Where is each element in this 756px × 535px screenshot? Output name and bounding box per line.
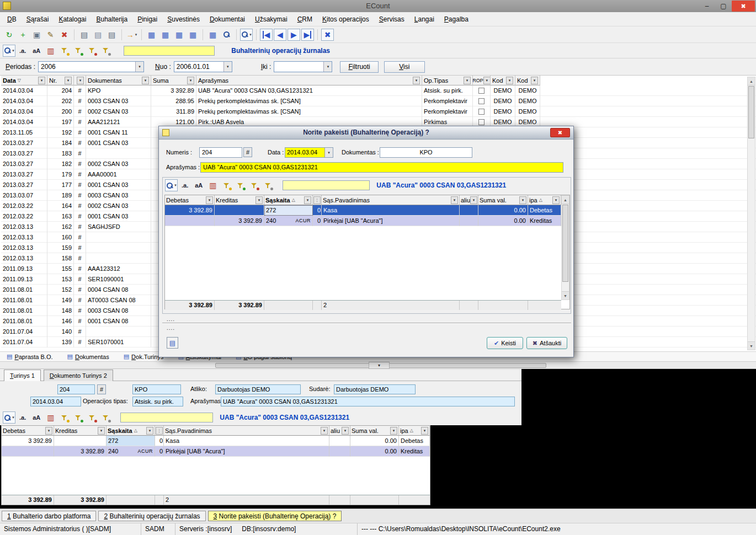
cell-nr[interactable]: 162	[47, 222, 74, 232]
cell-nr[interactable]: 202	[47, 96, 74, 106]
scroll-thumb[interactable]	[748, 86, 754, 138]
print-preview-button[interactable]: ▤	[92, 29, 104, 41]
cell-debetas[interactable]: 3 392.89	[165, 205, 215, 216]
cell-data[interactable]: 2013.11.05	[1, 127, 47, 138]
cell-dokumentas[interactable]: SAGHJSFD	[86, 222, 151, 232]
cell-aprasymas[interactable]: Prekių perkomplektavimas sk. [CSAN]	[196, 96, 422, 106]
lower-grid-search-input[interactable]	[120, 413, 213, 422]
cell-hash[interactable]: #	[74, 201, 86, 211]
data-select[interactable]: 2014.03.04▾	[285, 147, 333, 158]
numeris-field[interactable]: 204	[57, 384, 95, 394]
vertical-scrollbar[interactable]: ▲ ▼	[747, 77, 755, 350]
cell-nr[interactable]: 184	[47, 138, 74, 148]
cell-nr[interactable]: 158	[47, 253, 74, 264]
cell-nr[interactable]: 149	[47, 295, 74, 306]
print-export-button[interactable]: ▤	[105, 29, 118, 41]
cell-dokumentas[interactable]: 0003 CSAN 08	[86, 306, 151, 316]
scroll-thumb[interactable]	[562, 205, 568, 282]
filter-clear-button[interactable]	[99, 411, 112, 424]
column-menu-button[interactable]: ⋮	[156, 427, 163, 435]
print-button[interactable]: ▤	[78, 29, 90, 41]
window-tab[interactable]: 2 Buhalterinių operacijų žurnalas	[98, 511, 205, 521]
locate-button[interactable]: ▾	[3, 411, 15, 424]
cell-suma-val[interactable]: 0.00	[350, 446, 399, 457]
filter-set-button[interactable]	[58, 45, 71, 57]
menu-item[interactable]: Kitos operacijos	[317, 13, 374, 25]
column-header-tipas[interactable]: ipa△▾	[399, 426, 430, 436]
dokumentas-field[interactable]: KPO	[132, 384, 181, 394]
cell-detail[interactable]: 0	[155, 446, 164, 457]
column-menu-button[interactable]: ⋮	[313, 196, 321, 204]
zoom-button[interactable]: ▾	[240, 29, 253, 41]
column-menu-button[interactable]: ▾	[464, 77, 471, 84]
column-header-saskaita[interactable]: Sąskaita△▾	[264, 195, 313, 205]
menu-item[interactable]: Katalogai	[54, 13, 91, 25]
cell-debetas[interactable]	[2, 446, 54, 457]
cell-rop[interactable]	[473, 106, 491, 117]
cell-nr[interactable]: 183	[47, 148, 74, 159]
table-row[interactable]: 2014.03.04 204 # KPO 3 392.89 UAB "Acura…	[1, 85, 756, 96]
view-tab[interactable]: ▤Dok.Turinys	[124, 353, 164, 360]
dropdown-icon[interactable]: ▾	[135, 62, 143, 72]
cell-hash[interactable]: #	[74, 190, 86, 201]
cell-suma[interactable]: 311.89	[151, 106, 196, 117]
cell-debetas[interactable]: 3 392.89	[2, 436, 54, 446]
cell-data[interactable]: 2011.07.04	[1, 327, 47, 337]
column-menu-button[interactable]: ▾	[206, 196, 213, 204]
column-header-tipas[interactable]: ipa△▾	[528, 195, 561, 205]
cell-hash[interactable]: #	[74, 253, 86, 264]
scroll-down-icon[interactable]: ▼	[748, 341, 755, 350]
cell-kod2[interactable]: DEMO	[515, 106, 540, 117]
cell-nr[interactable]: 139	[47, 337, 74, 347]
cell-dokumentas[interactable]	[86, 253, 151, 264]
lower-tab[interactable]: Turinys 1	[4, 370, 41, 381]
cell-nr[interactable]: 164	[47, 201, 74, 211]
column-menu-button[interactable]: ▾	[187, 77, 194, 84]
table-row[interactable]: 2014.03.04 202 # 0003 CSAN 03 288.95 Pre…	[1, 96, 756, 106]
cell-nr[interactable]: 182	[47, 159, 74, 169]
cell-valiuta[interactable]	[329, 436, 350, 446]
filter-remove-button[interactable]	[248, 179, 260, 191]
cell-pavadinimas[interactable]: Kasa	[322, 205, 460, 216]
filtruoti-button[interactable]: Filtruoti	[340, 61, 378, 73]
column-menu-button[interactable]: ▾	[142, 77, 149, 84]
cell-debetas[interactable]	[165, 216, 215, 226]
column-menu-button[interactable]: ▾	[321, 427, 328, 435]
cell-data[interactable]: 2013.03.27	[1, 159, 47, 169]
rop-checkbox[interactable]	[478, 88, 485, 94]
cell-nr[interactable]: 140	[47, 327, 74, 337]
column-header-dokumentas[interactable]: Dokumentas▾	[86, 76, 151, 85]
grid-row[interactable]: 3 392.89 272 0 Kasa 0.00 Debetas	[2, 436, 430, 446]
cell-hash[interactable]: #	[74, 274, 86, 285]
column-menu-button[interactable]: ▾	[421, 427, 428, 435]
minimize-button[interactable]: –	[699, 1, 715, 12]
numeris-field[interactable]: 204	[199, 147, 242, 158]
column-menu-button[interactable]: ▾	[304, 196, 311, 204]
dropdown-icon[interactable]: ▾	[323, 62, 332, 72]
menu-item[interactable]: Suvestinės	[162, 13, 205, 25]
cell-kod2[interactable]: DEMO	[515, 96, 540, 106]
keisti-button[interactable]: ✔Keisti	[487, 337, 523, 349]
cell-detail[interactable]: 0	[313, 205, 322, 216]
column-header-nr[interactable]: Nr.▾	[47, 76, 74, 85]
menu-item[interactable]: Servisas	[374, 13, 409, 25]
cell-dokumentas[interactable]: 0004 CSAN 08	[86, 285, 151, 295]
aprasymas-field[interactable]: UAB "Acura" 0003 CSAN 03,GAS1231321	[221, 397, 515, 406]
cell-data[interactable]: 2014.03.04	[1, 85, 47, 96]
column-header-optipas[interactable]: Op.Tipas▾	[422, 76, 473, 85]
op-tipas-field[interactable]: Atsisk. su pirk.	[132, 397, 183, 406]
cell-nr[interactable]: 189	[47, 190, 74, 201]
column-header-kod2[interactable]: Kod▾	[515, 76, 540, 85]
nav-last-button[interactable]: ▶	[301, 29, 314, 41]
column-header-suma-val[interactable]: Suma val.▾	[478, 195, 528, 205]
horizontal-splitter[interactable]: ▾	[0, 361, 756, 369]
window-tab[interactable]: 3 Norite pakeisti (Buhalterinę Operaciją…	[208, 511, 342, 521]
cell-suma-val[interactable]: 0.00	[478, 205, 528, 216]
filter-columns-button[interactable]: ▥	[206, 179, 219, 191]
cell-saskaita[interactable]: 240ACUR	[264, 216, 313, 226]
cell-hash[interactable]: #	[74, 232, 86, 243]
cell-hash[interactable]: #	[74, 106, 86, 117]
atliko-field[interactable]: Darbuotojas DEMO	[215, 384, 301, 394]
close-button[interactable]: ✖	[732, 1, 755, 12]
cell-data[interactable]: 2011.08.01	[1, 295, 47, 306]
